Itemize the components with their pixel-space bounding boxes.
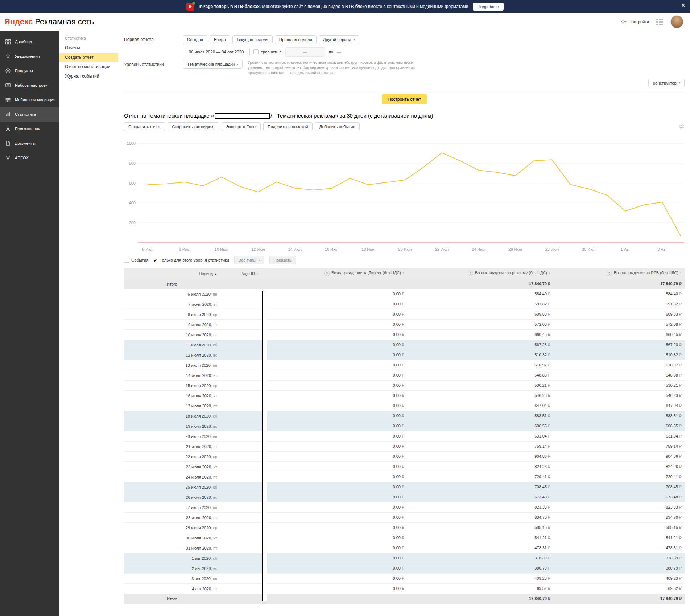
date-range-button[interactable]: 06 июля 2020 — 04 авг 2020 bbox=[183, 48, 250, 56]
sidebar-item-settings-sets[interactable]: Наборы настроек bbox=[0, 78, 59, 93]
chevron-down-icon: ▾ bbox=[679, 81, 680, 85]
table-row[interactable]: 11 июля 2020, сб 0,00 ₽ 567,23 ₽ 567,23 … bbox=[124, 340, 685, 350]
ads-cell: 546,23 ₽ bbox=[407, 391, 553, 401]
ruble-sign: ₽ bbox=[548, 586, 550, 591]
table-row[interactable]: 24 июля 2020, пт 0,00 ₽ 729,41 ₽ 729,41 … bbox=[124, 472, 685, 482]
rtb-cell: 729,41 ₽ bbox=[553, 472, 685, 482]
table-row[interactable]: 21 июля 2020, вт 0,00 ₽ 759,14 ₽ 759,14 … bbox=[124, 442, 685, 452]
subnav-item-monetization-report[interactable]: Отчет по монетизации bbox=[59, 62, 118, 71]
table-row[interactable]: 7 июля 2020, вт 0,00 ₽ 591,82 ₽ 591,82 ₽ bbox=[124, 299, 685, 309]
report-action-button[interactable]: Сохранить отчет bbox=[124, 122, 165, 131]
table-row[interactable]: 14 июля 2020, вт 0,00 ₽ 548,88 ₽ 548,88 … bbox=[124, 370, 685, 381]
ads-cell: 584,40 ₽ bbox=[407, 289, 553, 299]
ads-cell: 823,33 ₽ bbox=[407, 502, 553, 513]
table-row[interactable]: 22 июля 2020, ср 0,00 ₽ 904,86 ₽ 904,86 … bbox=[124, 452, 685, 462]
table-row[interactable]: 6 июля 2020, пн 0,00 ₽ 584,40 ₽ 584,40 ₽ bbox=[124, 289, 685, 299]
sidebar-item-notifications[interactable]: Уведомления bbox=[0, 49, 59, 63]
chart-wrap: 20040060080010006 Июл8 Июл10 Июл12 Июл14… bbox=[124, 135, 685, 255]
table-row[interactable]: 3 авг 2020, пн 0,00 ₽ 409,23 ₽ 409,23 ₽ bbox=[124, 574, 685, 584]
quick-period-button[interactable]: Прошлая неделя bbox=[275, 35, 317, 44]
direct-cell: 0,00 ₽ bbox=[269, 411, 407, 421]
banner-text-bold: InPage теперь в RTB-блоках. bbox=[199, 4, 261, 9]
level-select[interactable]: Тематические площадки ▾ bbox=[183, 60, 243, 69]
table-row[interactable]: 29 июля 2020, ср 0,00 ₽ 585,15 ₽ 585,15 … bbox=[124, 523, 685, 533]
page: InPage теперь в RTB-блоках. Монетизируйт… bbox=[0, 0, 690, 616]
quick-period-button[interactable]: Текущая неделя bbox=[232, 35, 273, 44]
table-row[interactable]: 18 июля 2020, сб 0,00 ₽ 583,51 ₽ 583,51 … bbox=[124, 411, 685, 421]
column-header-4[interactable]: ?Вознаграждение за RTB (без НДС)↕ bbox=[553, 268, 685, 279]
column-header-3[interactable]: ?Вознаграждение за рекламу (без НДС)↕ bbox=[407, 268, 553, 279]
sort-asc-icon: ▲ bbox=[214, 272, 217, 276]
table-row[interactable]: 1 авг 2020, сб 0,00 ₽ 318,39 ₽ 318,39 ₽ bbox=[124, 553, 685, 563]
svg-text:14 Июл: 14 Июл bbox=[288, 247, 302, 251]
table-row[interactable]: 16 июля 2020, чт 0,00 ₽ 546,23 ₽ 546,23 … bbox=[124, 391, 685, 401]
column-header-1[interactable]: Page ID↕ bbox=[220, 268, 269, 279]
compare-middle-label: по bbox=[329, 50, 334, 54]
table-row[interactable]: 20 июля 2020, пн 0,00 ₽ 631,04 ₽ 631,04 … bbox=[124, 431, 685, 442]
constructor-button[interactable]: Конструктор ▾ bbox=[648, 79, 685, 87]
table-row[interactable]: 26 июля 2020, вс 0,00 ₽ 673,48 ₽ 673,48 … bbox=[124, 492, 685, 502]
sidebar-item-adfox[interactable]: ADFOX bbox=[0, 151, 59, 165]
banner-more-button[interactable]: Подробнее bbox=[473, 3, 504, 11]
table-row[interactable]: 9 июля 2020, чт 0,00 ₽ 572,08 ₽ 572,08 ₽ bbox=[124, 320, 685, 330]
banner-close-icon[interactable]: × bbox=[682, 2, 685, 9]
report-actions: Сохранить отчетСохранить как виджетЭкспо… bbox=[124, 122, 685, 131]
ruble-sign: ₽ bbox=[402, 393, 404, 398]
pageid-cell bbox=[220, 330, 269, 340]
ads-cell: 510,32 ₽ bbox=[407, 350, 553, 360]
build-report-button[interactable]: Построить отчет bbox=[382, 94, 427, 104]
quick-period-button[interactable]: Сегодня bbox=[183, 35, 207, 44]
ruble-sign: ₽ bbox=[402, 363, 404, 367]
sidebar-item-products[interactable]: Продукты bbox=[0, 63, 59, 78]
direct-cell: 0,00 ₽ bbox=[269, 330, 407, 340]
report-action-button[interactable]: Добавить событие bbox=[315, 122, 360, 131]
table-row[interactable]: 4 авг 2020, вт 0,00 ₽ 69,52 ₽ 69,52 ₽ bbox=[124, 584, 685, 594]
compare-checkbox[interactable]: сравнить с bbox=[253, 49, 282, 54]
sidebar-item-dashboard[interactable]: Дашборд bbox=[0, 34, 59, 49]
table-row[interactable]: 2 авг 2020, вс 0,00 ₽ 380,79 ₽ 380,79 ₽ bbox=[124, 563, 685, 574]
info-icon[interactable]: ? bbox=[324, 271, 330, 276]
sidebar-item-invitations[interactable]: Приглашения bbox=[0, 122, 59, 136]
table-row[interactable]: 8 июля 2020, ср 0,00 ₽ 609,83 ₽ 609,83 ₽ bbox=[124, 309, 685, 320]
table-row[interactable]: 10 июля 2020, пт 0,00 ₽ 660,45 ₽ 660,45 … bbox=[124, 330, 685, 340]
apps-grid-icon[interactable] bbox=[656, 19, 663, 25]
quick-period-button[interactable]: Вчера bbox=[210, 35, 230, 44]
report-action-button[interactable]: Сохранить как виджет bbox=[168, 122, 219, 131]
subnav-item-reports[interactable]: Отчеты bbox=[59, 43, 118, 53]
logo[interactable]: Яндекс Рекламная сеть bbox=[4, 17, 94, 26]
ads-cell: 318,39 ₽ bbox=[407, 553, 553, 563]
table-row[interactable]: 25 июля 2020, сб 0,00 ₽ 708,45 ₽ 708,45 … bbox=[124, 482, 685, 492]
event-types-select[interactable]: Все типы ▾ bbox=[234, 256, 264, 264]
sidebar-item-mobile-mediation[interactable]: Мобильная медиация bbox=[0, 93, 59, 107]
report-action-button[interactable]: Поделиться ссылкой bbox=[263, 122, 312, 131]
settings-button[interactable]: Настройки bbox=[621, 19, 649, 25]
info-icon[interactable]: ? bbox=[607, 271, 612, 276]
table-row[interactable]: 27 июля 2020, пн 0,00 ₽ 823,33 ₽ 823,33 … bbox=[124, 502, 685, 513]
table-row[interactable]: 17 июля 2020, пт 0,00 ₽ 647,04 ₽ 647,04 … bbox=[124, 401, 685, 411]
level-filter-row: Уровень статистики Тематические площадки… bbox=[124, 60, 685, 75]
report-action-button[interactable]: Экспорт в Excel bbox=[222, 122, 261, 131]
info-icon[interactable]: ? bbox=[468, 271, 473, 276]
column-header-0[interactable]: Период▲ bbox=[124, 268, 220, 279]
subnav-item-create-report[interactable]: Создать отчет bbox=[59, 53, 118, 62]
sidebar-item-documents[interactable]: Документы bbox=[0, 136, 59, 151]
total-ads: 17 840,79 ₽ bbox=[407, 594, 553, 604]
sidebar-item-statistics[interactable]: Статистика bbox=[0, 107, 59, 122]
subnav-item-event-log[interactable]: Журнал событий bbox=[59, 71, 118, 81]
table-row[interactable]: 30 июля 2020, чт 0,00 ₽ 541,21 ₽ 541,21 … bbox=[124, 533, 685, 543]
avatar[interactable] bbox=[670, 15, 683, 28]
only-level-checkbox[interactable]: ✓ Только для этого уровня статистики bbox=[153, 258, 229, 263]
table-row[interactable]: 19 июля 2020, вс 0,00 ₽ 606,55 ₽ 606,55 … bbox=[124, 421, 685, 431]
other-period-select[interactable]: Другой период▾ bbox=[319, 35, 359, 44]
events-checkbox[interactable]: События bbox=[124, 258, 148, 263]
table-row[interactable]: 31 июля 2020, пт 0,00 ₽ 478,31 ₽ 478,31 … bbox=[124, 543, 685, 553]
table-row[interactable]: 15 июля 2020, ср 0,00 ₽ 530,21 ₽ 530,21 … bbox=[124, 381, 685, 391]
table-row[interactable]: 13 июля 2020, пн 0,00 ₽ 610,97 ₽ 610,97 … bbox=[124, 360, 685, 370]
table-row[interactable]: 23 июля 2020, чт 0,00 ₽ 824,26 ₽ 824,26 … bbox=[124, 462, 685, 472]
chart-settings-icon[interactable] bbox=[679, 124, 685, 130]
column-header-2[interactable]: ?Вознаграждение за Директ (без НДС)↕ bbox=[269, 268, 407, 279]
pageid-cell bbox=[220, 523, 269, 533]
table-row[interactable]: 28 июля 2020, вт 0,00 ₽ 834,70 ₽ 834,70 … bbox=[124, 513, 685, 523]
show-events-button[interactable]: Показать bbox=[269, 256, 296, 264]
table-row[interactable]: 12 июля 2020, вс 0,00 ₽ 510,32 ₽ 510,32 … bbox=[124, 350, 685, 360]
